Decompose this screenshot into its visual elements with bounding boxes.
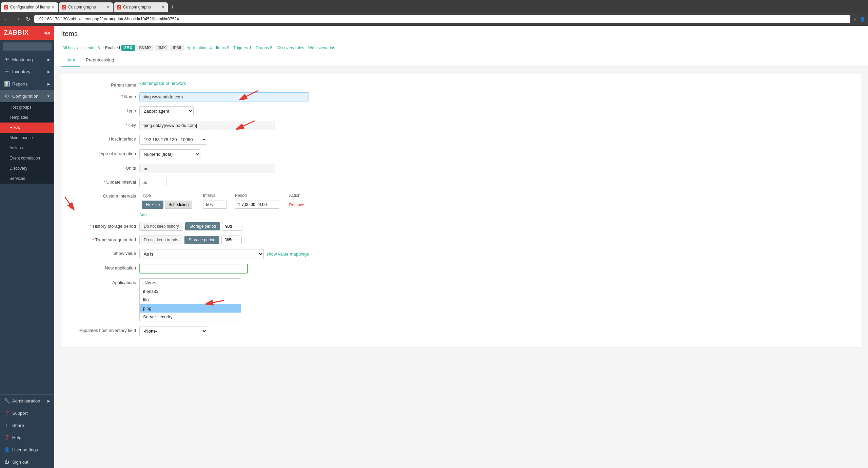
sidebar-item-reports-label: Reports: [12, 81, 28, 87]
discovery-rules-link[interactable]: Discovery rules: [275, 45, 305, 51]
address-bar-input[interactable]: [34, 15, 850, 23]
type-of-info-select[interactable]: Numeric (float) Numeric (unsigned) Chara…: [139, 149, 200, 159]
custom-intervals-label: Custom Intervals: [68, 192, 136, 199]
sidebar-item-monitoring[interactable]: 👁 Monitoring ▶: [0, 53, 54, 65]
profile-icon[interactable]: 👤: [860, 17, 865, 22]
trend-storage-row: Trend storage period Do not keep trends …: [68, 236, 854, 244]
flexible-button[interactable]: Flexible: [142, 201, 163, 209]
type-row: Type Zabbix agent Zabbix agent (active) …: [68, 106, 854, 116]
all-hosts-link[interactable]: All hosts: [61, 45, 79, 51]
sidebar-item-hosts[interactable]: Hosts: [0, 123, 54, 133]
populates-control: -None-: [139, 326, 309, 336]
monitoring-chevron-icon: ▶: [47, 58, 50, 61]
web-scenarios-link[interactable]: Web scenarios: [307, 45, 336, 51]
app-list-item-none[interactable]: -None-: [140, 279, 241, 287]
parent-items-row: Parent Items k8s template of network: [68, 81, 854, 88]
zbx-badge[interactable]: ZBX: [121, 45, 135, 51]
items-count-link[interactable]: Items 9: [215, 45, 231, 51]
name-input[interactable]: [139, 92, 309, 101]
scheduling-button[interactable]: Scheduling: [165, 201, 192, 209]
browser-tab-2[interactable]: Z Custom graphs ×: [59, 2, 113, 12]
nav-section: 👁 Monitoring ▶ ☰ Inventory ▶ 📊 Reports ▶…: [0, 53, 54, 184]
browser-tab-3[interactable]: Z Custom graphs ×: [114, 2, 168, 12]
sidebar-item-share[interactable]: ↑ Share: [0, 419, 54, 431]
history-storage-period-button[interactable]: Storage period: [185, 222, 220, 230]
new-tab-button[interactable]: +: [168, 4, 177, 11]
type-select[interactable]: Zabbix agent Zabbix agent (active) Simpl…: [139, 106, 194, 116]
host-link[interactable]: centos 8: [83, 45, 101, 51]
show-value-mappings-link[interactable]: show value mappings: [267, 251, 309, 257]
show-value-select[interactable]: As is: [139, 249, 264, 259]
sidebar-item-discovery[interactable]: Discovery: [0, 163, 54, 173]
host-interface-select[interactable]: 192.168.178.130 : 10050: [139, 135, 207, 145]
sidebar-item-user-settings[interactable]: 👤 User settings: [0, 444, 54, 456]
history-no-keep-button[interactable]: Do not keep history: [139, 222, 183, 231]
units-input[interactable]: [139, 164, 275, 173]
sidebar-search-input[interactable]: [3, 42, 52, 51]
period-input[interactable]: [235, 201, 279, 209]
sidebar-item-help[interactable]: ❓ Help: [0, 431, 54, 444]
sidebar-item-templates[interactable]: Templates: [0, 112, 54, 123]
app-list-item-ens33[interactable]: if.ens33: [140, 287, 241, 296]
browser-tab-1[interactable]: Z Configuration of items ×: [1, 2, 58, 12]
ipmi-badge[interactable]: IPMI: [170, 45, 184, 51]
bookmark-icon[interactable]: ☆: [853, 17, 857, 22]
content-area: Parent Items k8s template of network Nam…: [54, 67, 868, 468]
interval-input[interactable]: [203, 201, 227, 209]
tab-label-2: Custom graphs: [68, 5, 96, 10]
app-list-item-server-security[interactable]: Server security: [140, 313, 241, 321]
sidebar-item-maintenance[interactable]: Maintenance: [0, 133, 54, 143]
tab-close-1[interactable]: ×: [52, 4, 55, 10]
update-interval-control: [139, 178, 309, 187]
key-input[interactable]: [139, 121, 275, 130]
applications-count-link[interactable]: Applications 4: [185, 45, 213, 51]
units-control: [139, 164, 309, 173]
history-storage-input[interactable]: [222, 222, 242, 231]
host-interface-control: 192.168.178.130 : 10050: [139, 135, 309, 145]
triggers-count-link[interactable]: Triggers 1: [232, 45, 253, 51]
sidebar-item-actions[interactable]: Actions: [0, 143, 54, 153]
add-interval-link[interactable]: Add: [139, 212, 146, 217]
name-control: [139, 92, 309, 101]
tab-item[interactable]: Item: [61, 54, 80, 67]
key-control: [139, 121, 309, 130]
new-application-label: New application: [68, 264, 136, 270]
sidebar-item-support[interactable]: ❓ Support: [0, 407, 54, 419]
trend-storage-input[interactable]: [221, 236, 242, 244]
sidebar-item-inventory[interactable]: ☰ Inventory ▶: [0, 65, 54, 78]
parent-items-link[interactable]: k8s template of network: [139, 81, 186, 86]
forward-button[interactable]: →: [14, 15, 22, 23]
app-list-item-iflo[interactable]: iflo: [140, 296, 241, 304]
sidebar-item-configuration[interactable]: ⚙ Configuration ▼: [0, 90, 54, 102]
sidebar-item-services[interactable]: Services: [0, 173, 54, 184]
tab-preprocessing[interactable]: Preprocessing: [80, 54, 119, 67]
remove-interval-link[interactable]: Remove: [289, 203, 304, 207]
back-button[interactable]: ←: [3, 15, 11, 23]
app-list-item-ping[interactable]: ping: [140, 304, 241, 313]
update-interval-input[interactable]: [139, 178, 166, 187]
graphs-count-link[interactable]: Graphs 5: [254, 45, 274, 51]
history-storage-control: Do not keep history Storage period: [139, 222, 309, 231]
main-content: Items All hosts / centos 8 / Enabled ZBX…: [54, 26, 868, 468]
tab-icon-2: Z: [62, 5, 66, 10]
svg-line-2: [65, 197, 73, 209]
tab-close-3[interactable]: ×: [162, 4, 164, 10]
refresh-button[interactable]: ↻: [24, 15, 32, 23]
new-application-input[interactable]: [139, 264, 248, 274]
populates-select[interactable]: -None-: [139, 326, 207, 336]
tab-close-2[interactable]: ×: [107, 4, 110, 10]
sidebar-item-event-correlation[interactable]: Event correlation: [0, 153, 54, 163]
snmp-badge[interactable]: SNMP: [136, 45, 154, 51]
sidebar-item-administration[interactable]: 🔧 Administration ▶: [0, 395, 54, 407]
sidebar-item-sign-out-label: Sign out: [12, 460, 28, 465]
sidebar-item-host-groups[interactable]: Host groups: [0, 102, 54, 112]
show-value-row: Show value As is show value mappings: [68, 249, 854, 259]
sidebar-toggle-button[interactable]: ◀◀: [43, 30, 50, 35]
sidebar-item-reports[interactable]: 📊 Reports ▶: [0, 78, 54, 90]
parent-items-value: k8s template of network: [139, 81, 309, 86]
jmx-badge[interactable]: JMX: [155, 45, 169, 51]
sidebar-item-sign-out[interactable]: ⏻ Sign out: [0, 456, 54, 468]
applications-row: Applications -None- if.ens33 iflo ping S…: [68, 278, 854, 321]
trend-storage-period-button[interactable]: Storage period: [184, 236, 219, 244]
trend-no-keep-button[interactable]: Do not keep trends: [139, 236, 182, 244]
